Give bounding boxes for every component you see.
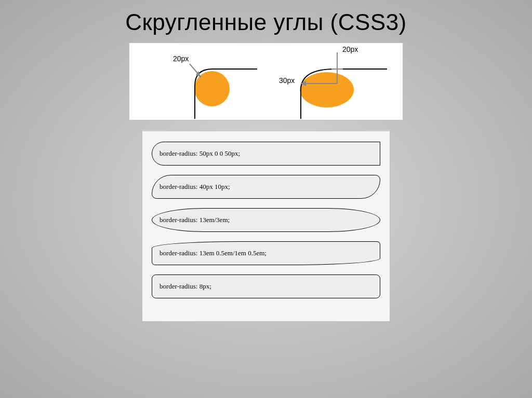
example-box: border-radius: 50px 0 0 50px; bbox=[152, 142, 380, 166]
example-box: border-radius: 8px; bbox=[152, 275, 380, 298]
diagram-label-left: 20px bbox=[173, 54, 189, 63]
example-box: border-radius: 13em/3em; bbox=[152, 208, 380, 232]
diagram-label-right-top: 20px bbox=[342, 45, 358, 53]
example-box: border-radius: 40px 10px; bbox=[152, 175, 380, 199]
right-ellipse-icon bbox=[300, 72, 354, 107]
example-box: border-radius: 13em 0.5em/1em 0.5em; bbox=[152, 241, 380, 265]
examples-panel: border-radius: 50px 0 0 50px; border-rad… bbox=[142, 130, 390, 322]
diagram-label-right-mid: 30px bbox=[279, 76, 295, 85]
radius-diagram: 20px 20px 30px bbox=[129, 43, 403, 120]
diagram-svg bbox=[129, 43, 404, 121]
page-title: Скругленные углы (CSS3) bbox=[125, 9, 407, 35]
